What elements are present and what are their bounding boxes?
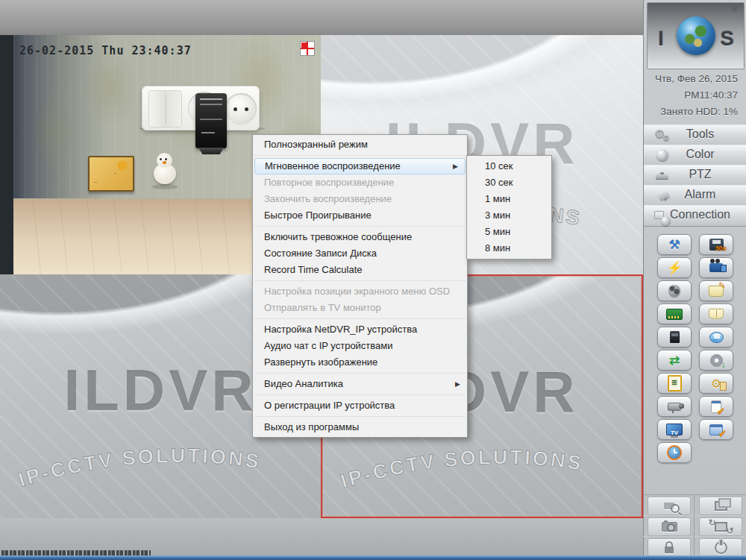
snapshot-button[interactable] [648, 517, 691, 536]
time-display: PM11:40:37 [644, 89, 746, 101]
sidebar: I S Чтв, Фев 26, 2015 PM11:40:37 Занято … [643, 0, 746, 556]
ptz-button[interactable]: PTZ [644, 165, 746, 186]
menu-item-repeat-playback[interactable]: Повторное воспроизведение [253, 174, 467, 191]
log-edit-icon [709, 286, 724, 297]
connection-button[interactable]: Connection [644, 205, 746, 227]
menu-item-record-time-calculate[interactable]: Record Time Calculate [253, 262, 467, 278]
search-video-button[interactable] [648, 497, 691, 515]
time-sync-icon [667, 445, 682, 460]
multi-screen-cell [695, 495, 745, 516]
svg-text:IP-CCTV SOLUTIONS: IP-CCTV SOLUTIONS [338, 446, 585, 493]
alarm-button[interactable]: Alarm [644, 185, 746, 207]
log-view-button[interactable] [699, 303, 733, 324]
log-list-button[interactable]: ≣ [657, 373, 692, 394]
tools-button-label: Tools [644, 128, 746, 141]
local-device-icon [670, 331, 680, 343]
menu-item-video-analytics[interactable]: Видео Аналитика ▶ [253, 376, 467, 392]
menu-separator [254, 416, 466, 417]
board-config-button[interactable] [657, 303, 692, 324]
lock-cell [643, 537, 695, 557]
watermark-subtitle-arc: IP-CCTV SOLUTIONS [322, 429, 642, 511]
switch-screen-icon [715, 522, 727, 532]
record-30s-button[interactable]: 30s [699, 234, 733, 255]
ip-camera-icon [668, 403, 681, 411]
snapshot-icon [662, 522, 677, 532]
search-video-cell [643, 495, 695, 516]
menu-item-netdvr-ip-setup[interactable]: Настройка NetDVR_IP устройства [253, 321, 467, 338]
menu-item-trigger-alarm-message[interactable]: Включить тревожное сообщение [253, 229, 467, 245]
submenu-item-10sec[interactable]: 10 сек [467, 158, 551, 174]
submenu-item-30sec[interactable]: 30 сек [467, 174, 551, 191]
disc-backup-button[interactable] [699, 350, 733, 371]
user-config-button[interactable]: ⚙ [699, 373, 733, 394]
menu-separator [254, 373, 466, 374]
submenu-item-1min[interactable]: 1 мин [467, 191, 551, 207]
setup-tool-button[interactable]: ⚒ [657, 234, 692, 255]
menu-item-label: Мгновенное воспроизведение [265, 160, 401, 172]
power-cell [695, 537, 745, 557]
logo-letter: I [658, 27, 664, 51]
menu-separator [254, 394, 466, 395]
video-area-top-bar [0, 0, 643, 36]
color-button-label: Color [644, 148, 746, 161]
emap-button[interactable] [657, 280, 692, 301]
menu-item-maximize-image[interactable]: Развернуть изображение [253, 354, 467, 371]
lock-button[interactable] [648, 538, 691, 557]
menu-item-fullscreen[interactable]: Полноэкранный режим [253, 136, 467, 153]
menu-item-audio-chat[interactable]: Аудио чат с IP устройствами [253, 338, 467, 354]
local-device-button[interactable] [657, 327, 692, 347]
instant-playback-submenu: 10 сек 30 сек 1 мин 3 мин 5 мин 8 мин [466, 155, 552, 259]
camera-scene-power-adapter [195, 93, 227, 148]
ip-camera-button[interactable] [657, 396, 692, 417]
menu-separator [254, 318, 466, 319]
log-edit-button[interactable] [699, 280, 733, 301]
menu-item-label: Видео Аналитика [264, 378, 343, 389]
tools-button[interactable]: ⚙ Tools [644, 125, 746, 146]
ptz-button-label: PTZ [644, 168, 746, 181]
menu-separator [254, 280, 466, 281]
voice-talk-icon [709, 332, 724, 343]
submenu-arrow-icon: ▶ [453, 159, 458, 174]
emergency-record-button[interactable]: ⚡ [657, 257, 692, 278]
tv-monitor-button[interactable]: TV [657, 419, 692, 440]
setup-icon: ⚒ [668, 237, 680, 253]
hdd-usage-display: Занято HDD: 1% [644, 106, 746, 117]
color-button[interactable]: Color [644, 145, 746, 166]
watermark-subtitle-arc: IP-CCTV SOLUTIONS [0, 427, 321, 509]
globe-logo-icon [677, 16, 715, 55]
power-button[interactable] [699, 538, 742, 557]
light-switch [148, 90, 182, 128]
menu-item-fast-playback[interactable]: Быстрое Проигрывание [253, 207, 467, 224]
menu-separator [254, 226, 466, 227]
context-menu: Полноэкранный режим Мгновенное воспроизв… [252, 134, 468, 438]
camera-scene-toy-chick [154, 153, 176, 189]
voice-talk-button[interactable] [699, 327, 733, 347]
lock-icon [665, 547, 674, 553]
bottom-blue-bar [0, 556, 746, 560]
display-check-icon [709, 424, 723, 435]
submenu-item-3min[interactable]: 3 мин [467, 207, 551, 224]
submenu-item-8min[interactable]: 8 мин [467, 240, 551, 257]
camera-scene-picture [88, 156, 134, 192]
export-page-button[interactable] [699, 396, 733, 417]
menu-item-send-to-tv[interactable]: Отправлять в TV монитор [253, 300, 467, 316]
log-view-icon [709, 309, 724, 319]
multi-screen-button[interactable] [699, 497, 742, 515]
submenu-item-5min[interactable]: 5 мин [467, 224, 551, 240]
snapshot-cell [643, 516, 695, 537]
menu-item-instant-playback[interactable]: Мгновенное воспроизведение ▶ [254, 158, 466, 174]
menu-item-osd-position[interactable]: Настройка позиции экранного меню OSD [253, 283, 467, 300]
switch-screen-button[interactable] [699, 517, 742, 536]
menu-item-ip-device-registration[interactable]: О регистрации IP устройства [253, 397, 467, 414]
menu-item-stop-playback[interactable]: Закончить воспроизведение [253, 191, 467, 207]
emap-icon [668, 285, 680, 297]
video-record-button[interactable] [699, 257, 733, 278]
menu-item-exit-program[interactable]: Выход из программы [253, 419, 467, 435]
logo-letter: S [720, 27, 734, 51]
power-socket [225, 93, 257, 125]
time-sync-button[interactable] [657, 442, 692, 463]
display-check-button[interactable] [699, 419, 733, 440]
multi-screen-icon [715, 501, 727, 511]
menu-item-disk-record-status[interactable]: Состояние Записи Диска [253, 245, 467, 262]
door-inout-button[interactable]: ⇄ [657, 350, 692, 371]
